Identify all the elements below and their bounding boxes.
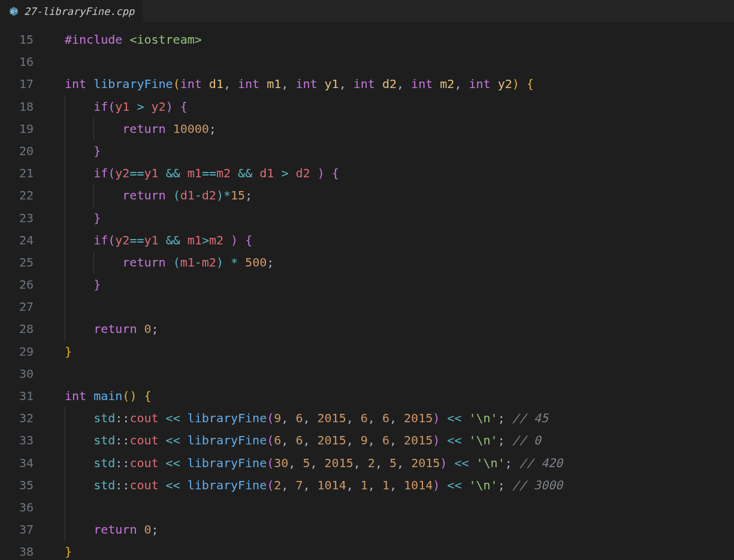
token-type: int	[65, 389, 93, 403]
code-editor[interactable]: 1516171819202122232425262728293031323334…	[0, 23, 734, 560]
token-op: <<	[447, 433, 461, 447]
token-punct	[137, 522, 144, 537]
token-str: '\n'	[469, 433, 497, 447]
token-punct	[65, 456, 93, 470]
token-func: main	[93, 389, 122, 403]
token-ns: std	[93, 456, 115, 470]
code-line[interactable]: std::cout << libraryFine(9, 6, 2015, 6, …	[47, 407, 734, 429]
token-brace: }	[65, 544, 72, 559]
token-punct	[274, 166, 281, 180]
token-num: 9	[361, 433, 368, 447]
token-brace: }	[65, 344, 72, 359]
code-line[interactable]: if(y2==y1 && m1==m2 && d1 > d2 ) {	[47, 162, 734, 184]
token-num: 2	[274, 478, 281, 492]
code-line[interactable]	[47, 51, 734, 73]
token-op: <<	[166, 478, 180, 492]
code-area[interactable]: #include <iostream>int libraryFine(int d…	[47, 23, 734, 560]
token-punct	[159, 433, 166, 447]
token-brace2: {	[245, 233, 252, 247]
token-punct: ,	[354, 456, 368, 470]
indent-guide	[65, 207, 65, 229]
token-punct	[166, 188, 173, 202]
code-line[interactable]: int main() {	[47, 385, 734, 407]
indent-guide	[65, 296, 65, 318]
indent-guide	[65, 162, 65, 184]
token-punct: ,	[346, 433, 361, 447]
code-line[interactable]: }	[47, 140, 734, 162]
token-op: *	[223, 188, 231, 202]
token-keyword: if	[93, 233, 108, 247]
code-line[interactable]: return 10000;	[47, 118, 734, 140]
token-num: 6	[361, 411, 368, 425]
code-line[interactable]: return 0;	[47, 318, 734, 340]
token-punct	[180, 166, 188, 180]
token-ident: cout	[129, 456, 158, 470]
token-brace3: )	[216, 188, 223, 202]
token-param: d1	[209, 77, 223, 91]
token-punct: ,	[288, 456, 303, 470]
line-number: 37	[0, 519, 47, 541]
token-num: 5	[389, 456, 397, 470]
editor-tab[interactable]: C⁺ 27-libraryFine.cpp	[0, 0, 143, 22]
token-punct	[180, 411, 188, 425]
token-ident: y1	[144, 233, 159, 247]
token-brace3: )	[216, 255, 223, 270]
token-punct	[159, 478, 166, 492]
token-comment: // 0	[512, 433, 541, 447]
indent-guide	[65, 474, 65, 497]
token-num: 1	[382, 478, 389, 492]
token-op: ==	[129, 233, 144, 247]
code-line[interactable]: }	[47, 341, 734, 363]
code-line[interactable]: return (m1-m2) * 500;	[47, 252, 734, 274]
token-punct	[440, 411, 447, 425]
token-directive: #include	[65, 32, 129, 47]
token-brace3: (	[173, 255, 180, 270]
code-line[interactable]: return (d1-d2)*15;	[47, 184, 734, 207]
token-punct: ,	[375, 456, 389, 470]
token-ident: y2	[115, 233, 129, 247]
token-keyword: if	[93, 166, 108, 180]
code-line[interactable]: std::cout << libraryFine(2, 7, 1014, 1, …	[47, 474, 734, 497]
token-str: '\n'	[469, 478, 497, 492]
token-punct: ;	[498, 433, 512, 447]
code-line[interactable]	[47, 363, 734, 385]
line-number: 20	[0, 140, 47, 162]
token-ident: cout	[129, 433, 158, 447]
line-number: 28	[0, 318, 47, 340]
token-punct: ,	[397, 77, 411, 91]
indent-guide	[65, 118, 65, 140]
code-line[interactable]: std::cout << libraryFine(6, 6, 2015, 9, …	[47, 429, 734, 452]
code-line[interactable]: if(y2==y1 && m1>m2 ) {	[47, 229, 734, 252]
token-str: '\n'	[476, 456, 505, 470]
token-param: m2	[440, 77, 454, 91]
code-line[interactable]: }	[47, 541, 734, 560]
code-line[interactable]: #include <iostream>	[47, 29, 734, 51]
token-punct: ,	[281, 433, 295, 447]
tab-filename: 27-libraryFine.cpp	[24, 5, 134, 17]
code-line[interactable]	[47, 497, 734, 519]
indent-guide	[93, 118, 94, 140]
token-num: 6	[274, 433, 281, 447]
token-punct: ::	[115, 478, 129, 492]
code-line[interactable]: if(y1 > y2) {	[47, 96, 734, 118]
token-brace2: )	[433, 433, 440, 447]
token-punct: ::	[115, 456, 129, 470]
token-brace: (	[173, 77, 180, 91]
token-punct: ,	[303, 411, 317, 425]
token-punct	[65, 277, 93, 292]
token-comment: // 45	[512, 411, 548, 425]
token-op: >	[202, 233, 209, 247]
code-line[interactable]: std::cout << libraryFine(30, 5, 2015, 2,…	[47, 452, 734, 474]
token-brace2: {	[180, 99, 188, 114]
code-line[interactable]: return 0;	[47, 519, 734, 541]
code-line[interactable]	[47, 296, 734, 318]
indent-guide	[65, 452, 65, 474]
line-number: 26	[0, 274, 47, 296]
code-line[interactable]: int libraryFine(int d1, int m1, int y1, …	[47, 73, 734, 95]
code-line[interactable]: }	[47, 274, 734, 296]
token-ident: m2	[209, 233, 223, 247]
token-num: 6	[382, 433, 389, 447]
token-op: <<	[454, 456, 469, 470]
token-punct	[144, 99, 152, 114]
code-line[interactable]: }	[47, 207, 734, 229]
